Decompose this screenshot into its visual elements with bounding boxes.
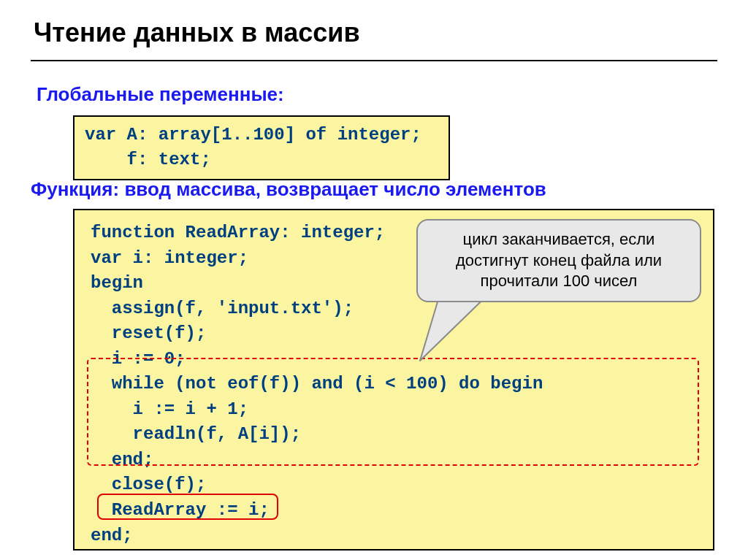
- annotation-callout: цикл заканчивается, если достигнут конец…: [416, 219, 701, 302]
- page-title: Чтение данных в массив: [34, 18, 360, 48]
- title-underline: [31, 60, 717, 61]
- section-function: Функция: ввод массива, возвращает число …: [31, 178, 546, 201]
- slide: Чтение данных в массив Глобальные переме…: [0, 0, 748, 560]
- section-globals: Глобальные переменные:: [37, 83, 284, 106]
- code-block-globals: var A: array[1..100] of integer; f: text…: [73, 115, 450, 180]
